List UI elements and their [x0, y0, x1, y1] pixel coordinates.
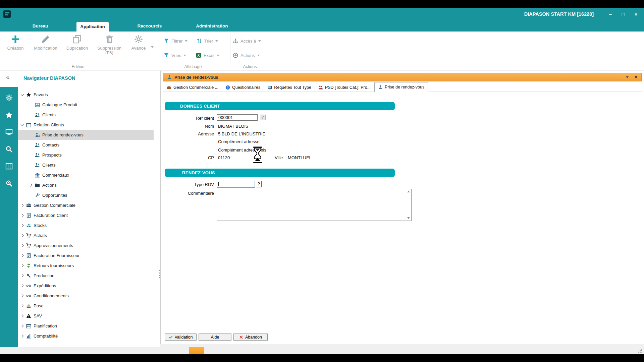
creation-button[interactable]: Création: [3, 35, 28, 51]
chevron-right-icon[interactable]: [20, 243, 25, 248]
panel-tab-requetes-tout-type[interactable]: Requêtes Tout Type: [264, 83, 315, 92]
nav-item-achats[interactable]: Achats: [18, 230, 154, 240]
nav-item-pose[interactable]: Pose: [18, 301, 154, 311]
actions-button[interactable]: Actions: [233, 51, 260, 59]
aide-button[interactable]: Aide: [199, 334, 231, 341]
duplication-button[interactable]: Duplication: [63, 35, 91, 51]
maximize-button[interactable]: □: [621, 11, 626, 17]
ref-client-help-button[interactable]: ?: [260, 115, 266, 120]
vues-button[interactable]: Vues: [164, 51, 186, 59]
close-button[interactable]: ×: [633, 11, 639, 17]
trier-button[interactable]: Trier: [197, 37, 218, 45]
nav-item-sav[interactable]: SAV: [18, 311, 154, 321]
ribbon-separator: [156, 34, 156, 63]
search-gear-icon[interactable]: [5, 180, 13, 187]
nav-item-facturation-client[interactable]: Facturation Client: [18, 210, 154, 220]
commentaire-label: Commentaire: [165, 190, 214, 197]
panel-tab-label: Prise de rendez-vous: [385, 85, 424, 89]
avance-button[interactable]: Avancé: [128, 35, 149, 51]
chevron-right-icon[interactable]: [20, 273, 25, 278]
nav-item-comptabilite[interactable]: Comptabilité: [18, 331, 154, 341]
chevron-right-icon[interactable]: [20, 303, 25, 308]
menu-tab-raccourcis[interactable]: Raccourcis: [133, 20, 166, 32]
nav-item-opportunites[interactable]: Opportunités: [18, 190, 154, 200]
chevron-right-icon[interactable]: [29, 183, 34, 187]
ref-client-input[interactable]: 000001: [217, 114, 258, 121]
star-icon[interactable]: [5, 111, 13, 119]
collapse-sidebar-button[interactable]: «: [6, 74, 9, 81]
menubar: Bureau Application Raccourcis Administra…: [0, 20, 644, 32]
type-rdv-help-button[interactable]: ?: [256, 181, 262, 187]
chevron-down-icon[interactable]: [20, 122, 25, 127]
nav-item-prospects[interactable]: Prospects: [18, 150, 154, 160]
nav-item-contacts[interactable]: Contacts: [18, 140, 154, 150]
chevron-right-icon[interactable]: [20, 293, 25, 298]
nav-item-relation-clients[interactable]: Relation Clients: [18, 120, 154, 130]
filtrer-button[interactable]: Filtrer: [164, 37, 187, 45]
chevron-right-icon[interactable]: [20, 263, 25, 268]
nav-item-catalogue-produit[interactable]: Catalogue Produit: [18, 100, 154, 110]
nav-item-commerciaux[interactable]: Commerciaux: [18, 170, 154, 180]
chevron-right-icon[interactable]: [20, 213, 25, 218]
chevron-right-icon[interactable]: [20, 323, 25, 328]
chevron-right-icon[interactable]: [20, 313, 25, 318]
panel-title: Prise de rendez-vous: [174, 75, 218, 80]
validation-button[interactable]: Validation: [165, 334, 197, 341]
nav-item-facturation-fournisseur[interactable]: Facturation Fournisseur: [18, 250, 154, 260]
chevron-down-icon[interactable]: [20, 92, 25, 97]
panel-close-button[interactable]: ×: [635, 75, 637, 79]
monitor-icon[interactable]: [5, 128, 13, 136]
nav-item-label: Planification: [34, 323, 57, 328]
chevron-right-icon[interactable]: [20, 203, 25, 207]
acces-a-button[interactable]: Accès à: [233, 37, 261, 45]
ribbon-group-label-edition: Edition: [0, 64, 156, 69]
ribbon-separator: [270, 34, 270, 63]
chevron-down-icon[interactable]: [151, 46, 154, 48]
commentaire-textarea[interactable]: [217, 189, 412, 221]
nav-item-actions[interactable]: Actions: [18, 180, 154, 190]
panel-tab-prise-de-rendez-vous[interactable]: Prise de rendez-vous: [374, 82, 428, 92]
nav-item-clients[interactable]: Clients: [18, 110, 154, 120]
cart-icon: [26, 243, 31, 248]
scroll-down-arrow-icon[interactable]: [407, 217, 410, 219]
chevron-down-icon[interactable]: [626, 76, 629, 78]
menu-tab-bureau[interactable]: Bureau: [26, 20, 54, 32]
panel-tab-gestion-commerciale[interactable]: Gestion Commerciale ...: [163, 83, 222, 92]
nav-item-prise-de-rendez-vous[interactable]: Prise de rendez-vous: [18, 130, 154, 140]
panel-tab-questionnaires[interactable]: Questionnaires: [222, 83, 264, 92]
nav-item-planification[interactable]: Planification: [18, 321, 154, 331]
nav-item-gestion-commerciale[interactable]: Gestion Commerciale: [18, 200, 154, 210]
excel-button[interactable]: Excel: [196, 51, 219, 59]
briefcase-icon: [26, 203, 31, 208]
nav-item-conditionnements[interactable]: Conditionnements: [18, 291, 154, 301]
nav-item-stocks[interactable]: Stocks: [18, 220, 154, 230]
return-icon: [26, 263, 31, 268]
nav-item-production[interactable]: Production: [18, 270, 154, 281]
columns-icon[interactable]: [5, 163, 13, 170]
menu-tab-administration[interactable]: Administration: [190, 20, 234, 32]
scroll-up-arrow-icon[interactable]: [407, 191, 410, 192]
type-rdv-input[interactable]: [217, 181, 255, 188]
minimize-button[interactable]: –: [608, 11, 613, 17]
nav-item-retours-fournisseurs[interactable]: Retours fournisseurs: [18, 260, 154, 270]
complement-adresse-value: Complément adresse: [218, 138, 260, 145]
chevron-right-icon[interactable]: [20, 233, 25, 238]
search-icon[interactable]: [5, 145, 13, 153]
chevron-right-icon[interactable]: [20, 283, 25, 288]
titlebar[interactable]: DIAPASON START KM [16228] – □ ×: [0, 8, 644, 20]
resize-grip[interactable]: [641, 349, 642, 350]
gear-icon[interactable]: [5, 94, 13, 102]
chevron-right-icon[interactable]: [20, 223, 25, 228]
suppression-button[interactable]: Suppression(F6): [92, 35, 127, 55]
menu-tab-application[interactable]: Application: [76, 22, 109, 32]
chevron-right-icon[interactable]: [20, 253, 25, 258]
nav-item-clients[interactable]: Clients: [18, 160, 154, 170]
wrench-icon: [35, 193, 40, 198]
nav-item-expeditions[interactable]: Expéditions: [18, 281, 154, 291]
nav-item-approvisionnements[interactable]: Approvisionnements: [18, 240, 154, 250]
panel-tab-psd-toutes-cat-pro[interactable]: PSD [Toutes Cat.]: Pro...: [315, 83, 374, 92]
chevron-right-icon[interactable]: [20, 334, 25, 338]
modification-button[interactable]: Modification: [30, 35, 62, 51]
abandon-button[interactable]: Abandon: [233, 334, 268, 341]
nav-item-favoris[interactable]: Favoris: [18, 89, 154, 100]
